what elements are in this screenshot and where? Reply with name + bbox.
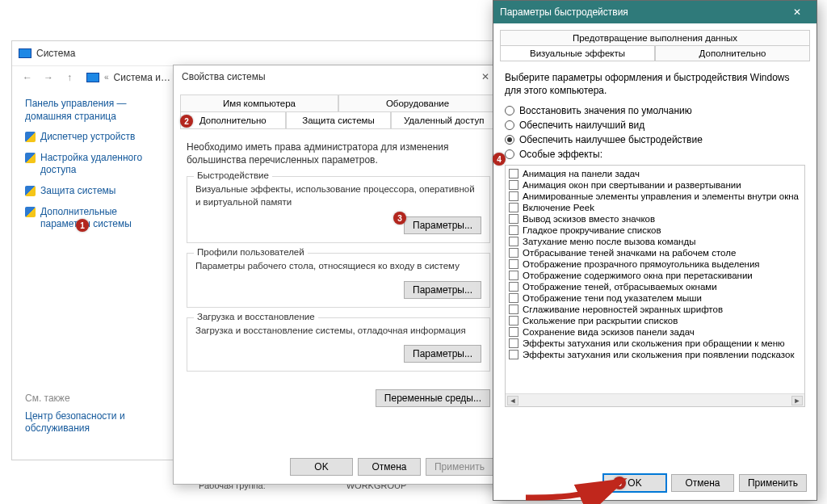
effect-item[interactable]: Вывод эскизов вместо значков [509, 213, 801, 225]
effect-item[interactable]: Анимация окон при свертывании и разверты… [509, 179, 801, 191]
radio-custom[interactable]: Особые эффекты: [505, 149, 805, 160]
environment-variables-button[interactable]: Переменные среды... [376, 389, 490, 407]
tab-computer-name[interactable]: Имя компьютера [180, 94, 338, 111]
effect-item[interactable]: Отображение теней, отбрасываемых окнами [509, 281, 801, 292]
control-panel-home-link[interactable]: Панель управления — домашняя страница [25, 98, 167, 123]
address-bar[interactable]: « Система и… [86, 72, 170, 83]
startup-settings-button[interactable]: Параметры... [404, 345, 481, 363]
horizontal-scrollbar[interactable]: ◄ ► [506, 393, 804, 406]
effect-item[interactable]: Сглаживание неровностей экранных шрифтов [509, 304, 801, 315]
effect-label: Отображение содержимого окна при перетас… [523, 271, 753, 280]
profiles-settings-button[interactable]: Параметры... [404, 281, 481, 299]
checkbox-icon[interactable] [509, 350, 518, 359]
step-badge-3: 3 [393, 212, 406, 225]
effects-list[interactable]: Анимация на панели задачАнимация окон пр… [505, 165, 805, 407]
pc-icon [19, 48, 31, 58]
group-desc: Визуальные эффекты, использование процес… [195, 183, 481, 208]
radio-icon [505, 106, 514, 116]
tab-advanced[interactable]: Дополнительно [655, 45, 810, 61]
apply-button[interactable]: Применить [426, 458, 493, 476]
effect-item[interactable]: Анимация на панели задач [509, 168, 801, 179]
effect-item[interactable]: Включение Peek [509, 202, 801, 213]
effect-label: Эффекты затухания или скольжения при обр… [523, 338, 785, 348]
checkbox-icon[interactable] [509, 237, 518, 246]
radio-label: Обеспечить наилучший вид [519, 120, 644, 131]
tab-advanced[interactable]: Дополнительно [180, 111, 286, 128]
user-profiles-group: Профили пользователей Параметры рабочего… [187, 253, 490, 308]
effect-item[interactable]: Отображение содержимого окна при перетас… [509, 270, 801, 281]
group-title: Загрузка и восстановление [194, 312, 318, 321]
system-title: Система [36, 48, 75, 59]
shield-icon [25, 153, 36, 163]
checkbox-icon[interactable] [509, 304, 518, 314]
effect-item[interactable]: Эффекты затухания или скольжения при поя… [509, 349, 801, 360]
effect-item[interactable]: Скольжение при раскрытии списков [509, 315, 801, 326]
performance-group: Быстродействие Визуальные эффекты, испол… [187, 176, 490, 243]
checkbox-icon[interactable] [509, 169, 518, 178]
checkbox-icon[interactable] [509, 338, 518, 348]
sidebar-link-device-manager[interactable]: Диспетчер устройств [25, 131, 167, 144]
ok-button[interactable]: OK [290, 458, 353, 476]
tab-dep[interactable]: Предотвращение выполнения данных [500, 30, 810, 46]
effect-label: Скольжение при раскрытии списков [523, 316, 678, 326]
sidebar-link-remote-settings[interactable]: Настройка удаленного доступа [25, 152, 167, 177]
step-badge-5: 5 [613, 477, 626, 489]
sidebar-link-system-protection[interactable]: Защита системы [25, 185, 167, 198]
checkbox-icon[interactable] [509, 214, 518, 224]
checkbox-icon[interactable] [509, 203, 518, 212]
effect-item[interactable]: Гладкое прокручивание списков [509, 225, 801, 236]
checkbox-icon[interactable] [509, 191, 518, 201]
checkbox-icon[interactable] [509, 282, 518, 292]
up-button[interactable]: ↑ [61, 69, 78, 86]
effect-item[interactable]: Отбрасывание теней значками на рабочем с… [509, 247, 801, 258]
sidebar-link-advanced-settings[interactable]: Дополнительные параметры системы [25, 206, 167, 231]
checkbox-icon[interactable] [509, 316, 518, 326]
back-button[interactable]: ← [19, 69, 36, 86]
effect-label: Включение Peek [523, 203, 594, 212]
effect-item[interactable]: Отображение тени под указателем мыши [509, 292, 801, 304]
checkbox-icon[interactable] [509, 327, 518, 337]
radio-best-performance[interactable]: Обеспечить наилучшее быстродействие [505, 134, 805, 145]
cancel-button[interactable]: Отмена [358, 458, 421, 476]
perf-titlebar: Параметры быстродействия ✕ [493, 1, 817, 23]
step-badge-1: 1 [76, 219, 89, 232]
effect-item[interactable]: Эффекты затухания или скольжения при обр… [509, 338, 801, 349]
effect-item[interactable]: Отображение прозрачного прямоугольника в… [509, 258, 801, 270]
effect-label: Затухание меню после вызова команды [523, 237, 695, 246]
checkbox-icon[interactable] [509, 225, 518, 235]
radio-label: Особые эффекты: [519, 149, 602, 160]
crumb-text: Система и… [114, 72, 170, 83]
effect-label: Отбрасывание теней значками на рабочем с… [523, 248, 736, 258]
performance-settings-button[interactable]: Параметры... [404, 216, 481, 234]
apply-button[interactable]: Применить [739, 474, 807, 492]
radio-best-appearance[interactable]: Обеспечить наилучший вид [505, 120, 805, 131]
cancel-button[interactable]: Отмена [671, 474, 734, 492]
checkbox-icon[interactable] [509, 271, 518, 280]
checkbox-icon[interactable] [509, 293, 518, 303]
checkbox-icon[interactable] [509, 248, 518, 258]
radio-let-windows-choose[interactable]: Восстановить значения по умолчанию [505, 105, 805, 116]
scroll-left-icon[interactable]: ◄ [507, 396, 518, 405]
tab-hardware[interactable]: Оборудование [338, 94, 497, 111]
radio-icon [505, 149, 514, 159]
tab-visual-effects[interactable]: Визуальные эффекты [500, 45, 655, 61]
security-center-link[interactable]: Центр безопасности и обслуживания [25, 410, 167, 435]
control-panel-sidebar: Панель управления — домашняя страница Ди… [12, 88, 174, 445]
step-badge-2: 2 [180, 115, 193, 128]
effect-item[interactable]: Затухание меню после вызова команды [509, 236, 801, 247]
effect-item[interactable]: Анимированные элементы управления и элем… [509, 191, 801, 202]
checkbox-icon[interactable] [509, 259, 518, 269]
forward-button[interactable]: → [40, 69, 57, 86]
tabs-row-top: Имя компьютера Оборудование [180, 94, 497, 112]
tab-remote[interactable]: Удаленный доступ [391, 111, 497, 128]
effect-label: Анимация на панели задач [523, 169, 640, 178]
scroll-right-icon[interactable]: ► [791, 396, 803, 405]
close-icon[interactable]: ✕ [784, 1, 810, 23]
performance-options-dialog: Параметры быстродействия ✕ Предотвращени… [493, 0, 817, 501]
sidebar-link-label: Настройка удаленного доступа [40, 152, 167, 177]
shield-icon [25, 186, 36, 196]
checkbox-icon[interactable] [509, 180, 518, 190]
effect-item[interactable]: Сохранение вида эскизов панели задач [509, 326, 801, 338]
dialog-title: Свойства системы [182, 71, 266, 82]
tab-system-protection[interactable]: Защита системы [286, 111, 392, 128]
